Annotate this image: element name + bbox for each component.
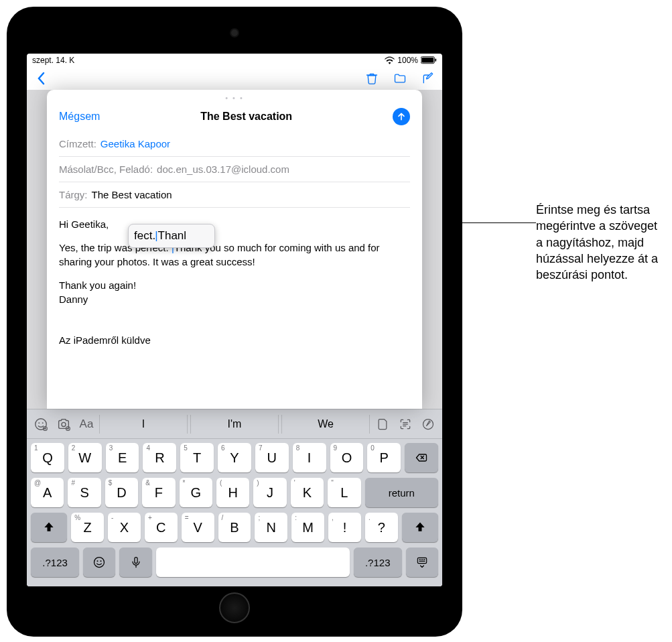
compose-sheet: • • • Mégsem The Best vacation Címzett: … — [47, 90, 422, 409]
key-row-1: 1Q2W3E4R5T6Y7U8I9O0P — [31, 443, 438, 472]
key-l[interactable]: "L — [328, 478, 360, 507]
key-u[interactable]: 7U — [255, 443, 289, 472]
key-q[interactable]: 1Q — [31, 443, 64, 472]
svg-point-4 — [38, 422, 40, 424]
svg-rect-14 — [417, 558, 426, 563]
move-folder-icon[interactable] — [393, 71, 407, 86]
key-r[interactable]: 4R — [143, 443, 176, 472]
svg-point-10 — [94, 558, 105, 568]
key-?[interactable]: .? — [365, 513, 398, 542]
emoji-key[interactable] — [83, 548, 115, 577]
key-i[interactable]: 8I — [293, 443, 326, 472]
to-field[interactable]: Címzett: Geetika Kapoor — [59, 131, 410, 157]
key-n[interactable]: ;N — [255, 513, 287, 542]
compose-new-icon[interactable] — [421, 71, 435, 86]
key-x[interactable]: -X — [108, 513, 141, 542]
ipad-device-frame: szept. 14. K 100% — [7, 7, 462, 637]
key-f[interactable]: &F — [142, 478, 175, 507]
battery-icon — [421, 56, 437, 64]
svg-rect-2 — [435, 58, 436, 61]
svg-point-12 — [100, 560, 102, 562]
key-m[interactable]: :M — [291, 513, 324, 542]
key-a[interactable]: @A — [31, 478, 64, 507]
text-magnifier-loupe: fect. |Thanl — [128, 224, 215, 248]
loupe-text-post: Thanl — [158, 228, 187, 244]
to-value[interactable]: Geetika Kapoor — [100, 138, 170, 149]
numbers-key-right[interactable]: .?123 — [354, 548, 402, 577]
key-row-3: %Z-X+C=V/B;N:M,!.? — [31, 513, 438, 542]
svg-point-5 — [42, 422, 44, 424]
svg-rect-13 — [134, 558, 137, 564]
dictation-key[interactable] — [119, 548, 151, 577]
document-attach-icon[interactable] — [373, 414, 393, 434]
keyboard-suggestion-bar: Aa I I'm We — [27, 409, 442, 439]
subject-label: Tárgy: — [59, 189, 88, 200]
callout-leader-line — [442, 222, 536, 223]
body-closing-block: Thank you again! Danny — [59, 278, 410, 306]
key-c[interactable]: +C — [145, 513, 178, 542]
camera-icon[interactable] — [54, 414, 74, 434]
key-w[interactable]: 2W — [68, 443, 102, 472]
mail-background-toolbar — [27, 67, 442, 90]
front-camera — [231, 29, 238, 36]
key-b[interactable]: /B — [218, 513, 251, 542]
home-button[interactable] — [219, 592, 250, 623]
subject-field[interactable]: Tárgy: The Best vacation — [59, 182, 410, 208]
svg-point-3 — [36, 418, 47, 430]
key-g[interactable]: *G — [180, 478, 212, 507]
signature: Az iPademről küldve — [59, 333, 410, 347]
svg-rect-1 — [421, 58, 433, 63]
key-h[interactable]: (H — [216, 478, 249, 507]
space-key[interactable] — [156, 548, 350, 577]
key-d[interactable]: $D — [105, 478, 138, 507]
suggestion-2[interactable]: I'm — [190, 415, 279, 434]
compose-title: The Best vacation — [200, 111, 292, 123]
status-time: szept. 14. K — [32, 56, 74, 65]
dismiss-keyboard-key[interactable] — [406, 548, 438, 577]
back-chevron-icon[interactable] — [33, 71, 48, 86]
return-key[interactable]: return — [365, 478, 438, 507]
scan-text-icon[interactable] — [395, 414, 415, 434]
key-v[interactable]: =V — [182, 513, 214, 542]
key-k[interactable]: 'K — [291, 478, 324, 507]
sheet-grabber-icon[interactable]: • • • — [225, 94, 244, 102]
key-e[interactable]: 3E — [106, 443, 139, 472]
onscreen-keyboard: Aa I I'm We 1Q2W3E4R5T6Y7U8I9O0P @A#S$D&… — [27, 409, 442, 586]
key-t[interactable]: 5T — [180, 443, 214, 472]
callout-text: Érintse meg és tartsa megérintve a szöve… — [536, 202, 667, 283]
svg-point-11 — [97, 560, 98, 562]
trash-icon[interactable] — [364, 71, 379, 86]
suggestion-3[interactable]: We — [281, 415, 370, 434]
key-o[interactable]: 9O — [330, 443, 364, 472]
shift-key[interactable] — [31, 513, 67, 542]
svg-point-7 — [62, 422, 66, 426]
key-s[interactable]: #S — [68, 478, 100, 507]
key-![interactable]: ,! — [328, 513, 361, 542]
battery-percent: 100% — [397, 56, 418, 65]
key-z[interactable]: %Z — [71, 513, 104, 542]
key-y[interactable]: 6Y — [218, 443, 251, 472]
status-bar: szept. 14. K 100% — [27, 54, 442, 67]
wifi-icon — [385, 56, 395, 64]
numbers-key[interactable]: .?123 — [31, 548, 79, 577]
backspace-key[interactable] — [405, 443, 438, 472]
body-main: Yes, the trip was perfect. |Thank you so… — [59, 241, 410, 269]
text-format-icon[interactable]: Aa — [76, 414, 96, 434]
body-greeting: Hi Geetika, — [59, 217, 410, 231]
key-j[interactable]: )J — [253, 478, 286, 507]
screen: szept. 14. K 100% — [27, 54, 442, 586]
loupe-text-pre: fect. — [134, 228, 155, 244]
key-row-4: .?123 .?123 — [31, 548, 438, 577]
cancel-button[interactable]: Mégsem — [59, 111, 100, 123]
send-button[interactable] — [393, 108, 410, 125]
key-row-2: @A#S$D&F*G(H)J'K"L return — [31, 478, 438, 507]
email-body[interactable]: fect. |Thanl Hi Geetika, Yes, the trip w… — [59, 208, 410, 347]
emoji-sticker-icon[interactable] — [31, 414, 51, 434]
key-p[interactable]: 0P — [367, 443, 401, 472]
markup-icon[interactable] — [418, 414, 438, 434]
to-label: Címzett: — [59, 138, 96, 149]
shift-key-right[interactable] — [402, 513, 438, 542]
suggestion-1[interactable]: I — [99, 415, 188, 434]
cc-bcc-from-field[interactable]: Másolat/Bcc, Feladó: doc.en_us.03.17@icl… — [59, 157, 410, 182]
cc-label: Másolat/Bcc, Feladó: — [59, 164, 153, 175]
